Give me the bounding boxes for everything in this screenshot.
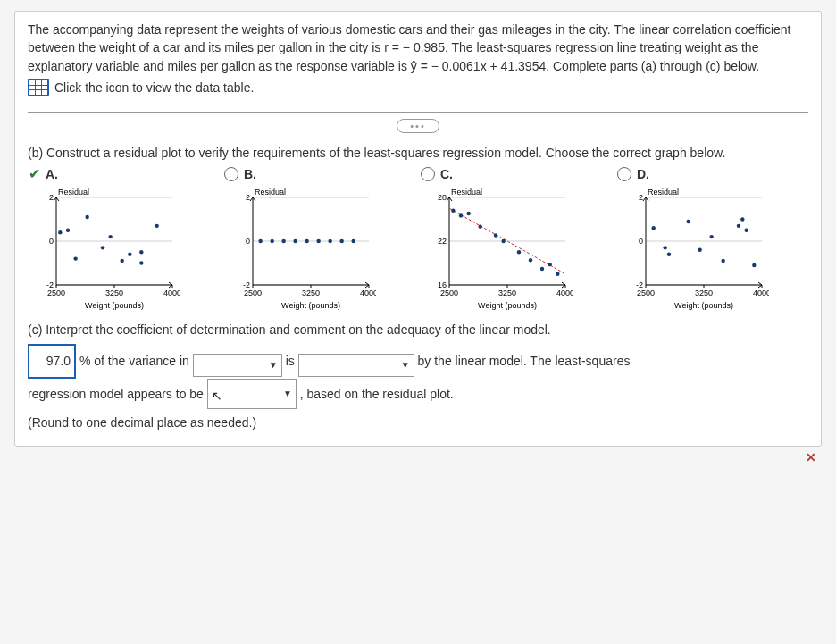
chart-options-row: ✔A.-202250032504000ResidualWeight (pound… — [28, 167, 808, 310]
svg-text:0: 0 — [246, 237, 250, 246]
radio-a[interactable]: ✔ — [28, 168, 40, 180]
svg-text:3250: 3250 — [498, 289, 516, 297]
close-icon[interactable]: ✕ — [14, 447, 822, 464]
svg-point-44 — [293, 239, 297, 243]
svg-text:2500: 2500 — [440, 289, 458, 297]
svg-point-102 — [740, 217, 744, 221]
svg-text:4000: 4000 — [360, 289, 376, 297]
svg-text:3250: 3250 — [695, 289, 713, 297]
rounding-note: (Round to one decimal place as needed.) — [28, 415, 256, 430]
svg-text:2500: 2500 — [47, 289, 65, 297]
svg-point-75 — [540, 267, 544, 271]
option-label: C. — [440, 167, 453, 181]
text-frag-4: regression model appears to be — [28, 387, 204, 401]
svg-text:2500: 2500 — [637, 289, 655, 297]
svg-point-14 — [58, 230, 62, 234]
svg-text:0: 0 — [639, 237, 643, 246]
cursor-icon: ↖ — [212, 382, 222, 410]
r-squared-input[interactable]: 97.0 — [28, 344, 76, 379]
svg-point-23 — [139, 250, 143, 254]
svg-text:Weight (pounds): Weight (pounds) — [85, 301, 144, 310]
svg-text:3250: 3250 — [302, 289, 320, 297]
svg-point-73 — [517, 250, 521, 254]
svg-text:Weight (pounds): Weight (pounds) — [674, 301, 733, 310]
svg-point-22 — [139, 261, 143, 264]
svg-point-101 — [737, 224, 740, 228]
divider — [28, 112, 808, 113]
svg-point-45 — [305, 239, 308, 243]
svg-text:4000: 4000 — [753, 289, 769, 297]
svg-point-19 — [108, 235, 112, 238]
svg-point-69 — [466, 212, 470, 215]
text-frag-3: by the linear model. The least-squares — [418, 354, 631, 368]
svg-point-68 — [459, 213, 463, 217]
svg-point-24 — [155, 224, 158, 228]
text-frag-2: is — [286, 354, 295, 368]
radio-c[interactable] — [421, 167, 435, 181]
part-c-prompt: (c) Interpret the coefficient of determi… — [28, 322, 808, 337]
svg-point-18 — [101, 246, 104, 249]
svg-point-72 — [501, 239, 505, 243]
svg-text:4000: 4000 — [556, 289, 573, 297]
svg-point-67 — [451, 208, 455, 212]
svg-text:2: 2 — [49, 193, 54, 202]
data-table-link-label: Click the icon to view the data table. — [54, 80, 254, 95]
chart-plot: 162228250032504000ResidualWeight (pounds… — [421, 185, 573, 310]
svg-point-46 — [316, 239, 320, 243]
part-c-body: 97.0 % of the variance in ▼ is ▼ by the … — [28, 344, 808, 437]
variance-in-dropdown[interactable]: ▼ — [193, 354, 282, 377]
svg-point-99 — [709, 235, 713, 238]
chart-plot: -202250032504000ResidualWeight (pounds) — [28, 185, 180, 310]
chart-plot: -202250032504000ResidualWeight (pounds) — [617, 185, 769, 310]
svg-text:2: 2 — [246, 193, 250, 202]
svg-text:2: 2 — [639, 193, 643, 202]
text-frag-5: , based on the residual plot. — [300, 387, 454, 401]
chart-option-a[interactable]: ✔A.-202250032504000ResidualWeight (pound… — [28, 167, 219, 310]
svg-point-41 — [258, 239, 262, 243]
svg-text:Weight (pounds): Weight (pounds) — [478, 301, 537, 310]
svg-point-15 — [66, 228, 70, 231]
svg-text:0: 0 — [49, 237, 54, 246]
svg-text:3250: 3250 — [105, 289, 123, 297]
problem-statement: The accompanying data represent the weig… — [28, 21, 808, 75]
text-frag-1: % of the variance in — [79, 354, 189, 368]
svg-point-48 — [339, 239, 343, 243]
svg-text:4000: 4000 — [163, 289, 180, 297]
chart-plot: -202250032504000ResidualWeight (pounds) — [224, 185, 376, 310]
svg-point-76 — [548, 263, 551, 266]
svg-point-42 — [270, 239, 273, 243]
svg-point-94 — [651, 226, 655, 230]
adequacy-dropdown[interactable]: ↖▼ — [207, 379, 297, 410]
svg-point-96 — [667, 252, 671, 255]
data-table-link[interactable]: Click the icon to view the data table. — [28, 79, 254, 96]
option-label: B. — [244, 167, 256, 181]
option-label: D. — [637, 167, 649, 181]
svg-point-49 — [351, 239, 355, 243]
radio-b[interactable] — [224, 167, 238, 181]
chevron-down-icon: ▼ — [283, 384, 292, 404]
chart-option-c[interactable]: C.162228250032504000ResidualWeight (poun… — [421, 167, 612, 310]
svg-text:Weight (pounds): Weight (pounds) — [281, 301, 340, 310]
svg-text:Residual: Residual — [648, 188, 679, 197]
svg-point-104 — [752, 263, 756, 267]
is-dropdown[interactable]: ▼ — [298, 354, 414, 377]
svg-text:28: 28 — [438, 193, 447, 202]
svg-point-77 — [556, 272, 559, 275]
chart-option-d[interactable]: D.-202250032504000ResidualWeight (pounds… — [617, 167, 808, 310]
svg-text:22: 22 — [438, 237, 447, 246]
chevron-down-icon: ▼ — [401, 355, 410, 375]
svg-point-97 — [686, 220, 690, 223]
svg-text:2500: 2500 — [244, 289, 262, 297]
svg-point-100 — [721, 259, 724, 263]
part-b-prompt: (b) Construct a residual plot to verify … — [28, 146, 808, 160]
svg-point-95 — [663, 246, 666, 249]
svg-point-17 — [85, 215, 88, 219]
svg-point-47 — [328, 239, 331, 243]
radio-d[interactable] — [617, 167, 631, 181]
expand-dots[interactable]: ••• — [397, 119, 439, 133]
svg-point-43 — [281, 239, 285, 243]
svg-text:Residual: Residual — [255, 188, 286, 197]
svg-point-21 — [128, 252, 131, 255]
chart-option-b[interactable]: B.-202250032504000ResidualWeight (pounds… — [224, 167, 415, 310]
svg-point-71 — [494, 233, 497, 237]
